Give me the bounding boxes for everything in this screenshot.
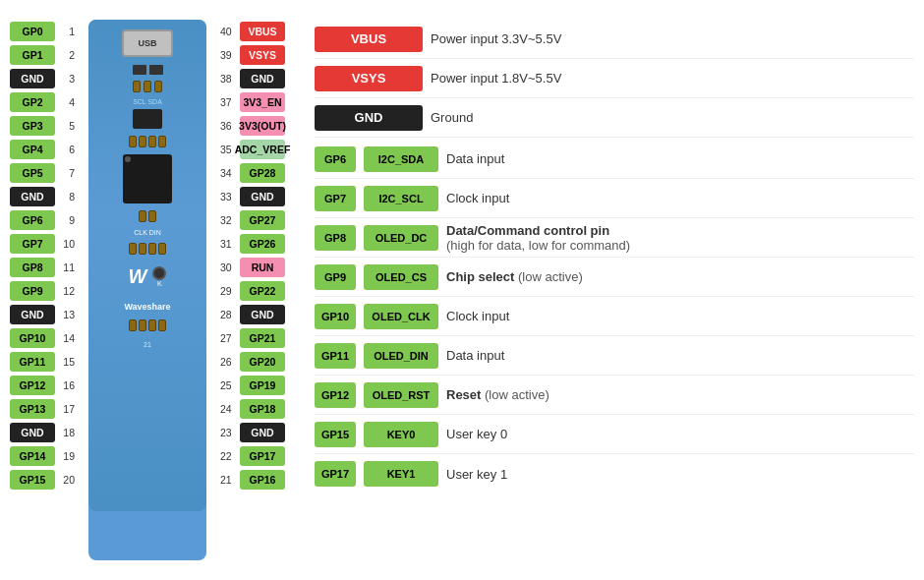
left-pin-row: GP1014 <box>10 326 77 349</box>
usb-label: USB <box>138 38 156 48</box>
pin-label: GP17 <box>240 446 285 466</box>
func-label: I2C_SDA <box>364 146 438 172</box>
right-pin-row: 363V3(OUT) <box>218 114 285 137</box>
pin-number: 31 <box>220 238 238 250</box>
pin-number: 25 <box>220 379 238 391</box>
resistor <box>158 136 166 147</box>
pin-number: 37 <box>220 96 238 108</box>
pin-label: GP12 <box>10 376 55 395</box>
pin-number: 24 <box>220 403 238 415</box>
pin-label: GP3 <box>10 116 55 136</box>
gp-label: GP7 <box>315 186 356 211</box>
legend-description: User key 0 <box>446 427 914 441</box>
right-pin-row: 26GP20 <box>218 350 285 373</box>
pin-number: 19 <box>57 450 75 462</box>
pin-label: GP13 <box>10 399 55 419</box>
main-ic-chip <box>123 154 172 203</box>
resistor <box>144 81 151 92</box>
pin-number: 15 <box>57 356 75 368</box>
legend-description: Power input 3.3V~5.5V <box>431 31 561 46</box>
left-pin-row: GP1520 <box>10 468 77 491</box>
right-pin-row: 24GP18 <box>218 397 285 420</box>
pin-label: GP5 <box>10 163 55 183</box>
pin-number: 6 <box>57 144 75 155</box>
func-label: OLED_RST <box>364 382 438 408</box>
right-pin-row: 373V3_EN <box>218 90 285 113</box>
pin-label: GP22 <box>240 281 285 301</box>
legend-description: Reset (low active) <box>446 387 914 402</box>
right-pin-row: 28GND <box>218 303 285 325</box>
legend-description: Ground <box>431 110 473 125</box>
right-pin-row: 40VBUS <box>218 20 285 42</box>
pin-label: GP15 <box>10 470 55 490</box>
func-label: GND <box>315 105 423 131</box>
pin-number: 36 <box>220 120 238 132</box>
right-pin-row: 21GP16 <box>218 468 285 491</box>
pin-label: GP4 <box>10 140 55 159</box>
pin-label: GND <box>10 423 55 442</box>
pin-number: 1 <box>57 26 75 37</box>
left-pin-row: GP1419 <box>10 444 77 467</box>
gp-label: GP15 <box>315 422 356 447</box>
func-label: KEY0 <box>364 422 438 447</box>
pin-number: 33 <box>220 191 238 203</box>
ic-chip-medium <box>133 109 162 129</box>
pin-number: 4 <box>57 96 75 108</box>
right-pin-row: 30RUN <box>218 256 285 278</box>
pin-label: GP26 <box>240 234 285 254</box>
right-pin-row: 31GP26 <box>218 232 285 255</box>
pin-label: GP1 <box>10 45 55 65</box>
left-pin-row: GP24 <box>10 90 77 113</box>
pin-label: GND <box>240 305 285 324</box>
pin-number: 9 <box>57 214 75 226</box>
pin-label: 3V3_EN <box>240 92 285 112</box>
left-pin-row: GP710 <box>10 232 77 255</box>
legend-row: GP10OLED_CLKClock input <box>315 297 914 336</box>
left-pin-row: GND13 <box>10 303 77 325</box>
legend-row: GP8OLED_DCData/Command control pin(high … <box>315 218 914 258</box>
left-pin-row: GP811 <box>10 256 77 278</box>
resistor <box>158 319 166 331</box>
resistor <box>154 81 162 92</box>
pin-number: 30 <box>220 261 238 273</box>
pin-label: GP16 <box>240 470 285 490</box>
pin-label: RUN <box>240 258 285 277</box>
pin-number: 17 <box>57 403 75 415</box>
resistor <box>129 319 137 331</box>
right-pin-row: 25GP19 <box>218 374 285 396</box>
pin-number: 8 <box>57 191 75 203</box>
legend-section: VBUSPower input 3.3V~5.5VVSYSPower input… <box>315 20 914 560</box>
left-pin-row: GP1216 <box>10 374 77 396</box>
right-pin-row: 34GP28 <box>218 161 285 184</box>
right-pin-row: 23GND <box>218 421 285 443</box>
resistor <box>148 319 156 331</box>
gp-label: GP12 <box>315 382 356 408</box>
pin-number: 23 <box>220 427 238 438</box>
pin-label: GND <box>10 187 55 206</box>
button-k[interactable] <box>152 266 166 280</box>
legend-description: Data/Command control pin(high for data, … <box>446 223 914 253</box>
left-pin-row: GND8 <box>10 185 77 207</box>
left-pin-row: GP69 <box>10 208 77 231</box>
left-pin-row: GP35 <box>10 114 77 137</box>
legend-description: User key 1 <box>446 467 914 482</box>
pin-label: GND <box>10 305 55 324</box>
gp-label: GP17 <box>315 461 356 487</box>
top-legend: VBUSPower input 3.3V~5.5VVSYSPower input… <box>315 20 914 138</box>
pin-label: GP9 <box>10 281 55 301</box>
gp-label: GP11 <box>315 343 356 369</box>
legend-description: Data input <box>446 151 914 166</box>
usb-connector: USB <box>122 29 173 57</box>
resistor <box>129 243 137 255</box>
resistor <box>158 243 166 255</box>
pin-label: GP8 <box>10 258 55 277</box>
chip-board: USB SCL SDA <box>88 20 206 560</box>
left-pin-row: GND18 <box>10 421 77 443</box>
pin-label: GP27 <box>240 210 285 230</box>
pin-number: 10 <box>57 238 75 250</box>
pin-label: GP11 <box>10 352 55 372</box>
left-pin-row: GP46 <box>10 138 77 160</box>
legend-row: GP11OLED_DINData input <box>315 336 914 376</box>
gp-label: GP9 <box>315 264 356 290</box>
pin-label: GND <box>10 69 55 88</box>
